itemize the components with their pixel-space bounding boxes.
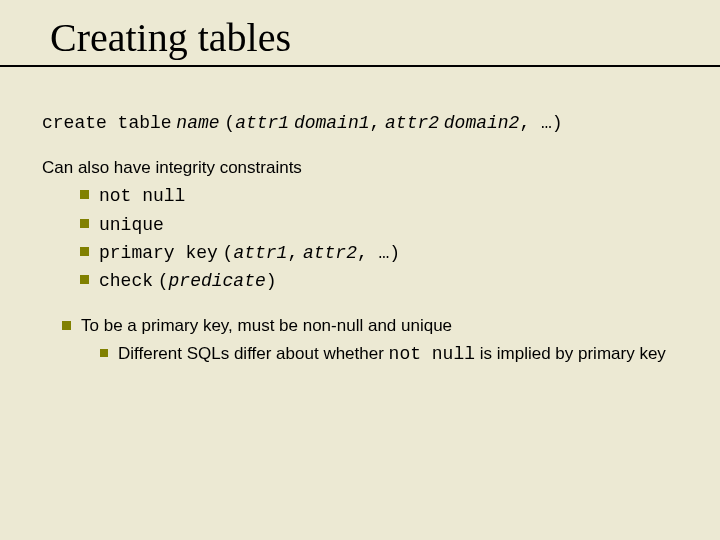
bullet-icon — [80, 190, 89, 199]
syntax-name: name — [176, 113, 219, 133]
bullet-icon — [80, 247, 89, 256]
bullet-icon — [80, 219, 89, 228]
slide: Creating tables create table name (attr1… — [0, 0, 720, 540]
create-table-syntax: create table name (attr1 domain1, attr2 … — [42, 111, 692, 135]
syntax-domain2: domain2 — [444, 113, 520, 133]
title-block: Creating tables — [0, 0, 720, 61]
bullet-icon — [100, 349, 108, 357]
constraint-item-check: check (predicate) — [42, 269, 692, 293]
constraint-item-notnull: not null — [42, 184, 692, 208]
note-main: To be a primary key, must be non-null an… — [81, 316, 452, 335]
note-sub: Different SQLs differ about whether not … — [62, 342, 692, 366]
constraints-intro: Can also have integrity constraints — [42, 157, 692, 180]
syntax-comma1: , — [370, 113, 381, 133]
bullet-icon — [62, 321, 71, 330]
syntax-tail: , …) — [519, 113, 562, 133]
constraint-notnull: not null — [99, 186, 185, 206]
note-line1: To be a primary key, must be non-null an… — [62, 315, 692, 338]
note-sub-text: Different SQLs differ about whether not … — [118, 344, 666, 363]
syntax-attr2: attr2 — [385, 113, 439, 133]
constraint-item-pk: primary key (attr1, attr2, …) — [42, 241, 692, 265]
slide-body: create table name (attr1 domain1, attr2 … — [0, 67, 720, 367]
syntax-open: ( — [224, 113, 235, 133]
constraints-block: Can also have integrity constraints not … — [42, 157, 692, 293]
bullet-icon — [80, 275, 89, 284]
note-block: To be a primary key, must be non-null an… — [42, 315, 692, 366]
constraint-pk: primary key (attr1, attr2, …) — [99, 243, 400, 262]
constraint-check: check (predicate) — [99, 271, 277, 290]
constraint-unique: unique — [99, 215, 164, 235]
kw-create-table: create table — [42, 113, 172, 133]
constraint-item-unique: unique — [42, 213, 692, 237]
page-title: Creating tables — [50, 14, 720, 61]
syntax-domain1: domain1 — [294, 113, 370, 133]
syntax-attr1: attr1 — [235, 113, 289, 133]
